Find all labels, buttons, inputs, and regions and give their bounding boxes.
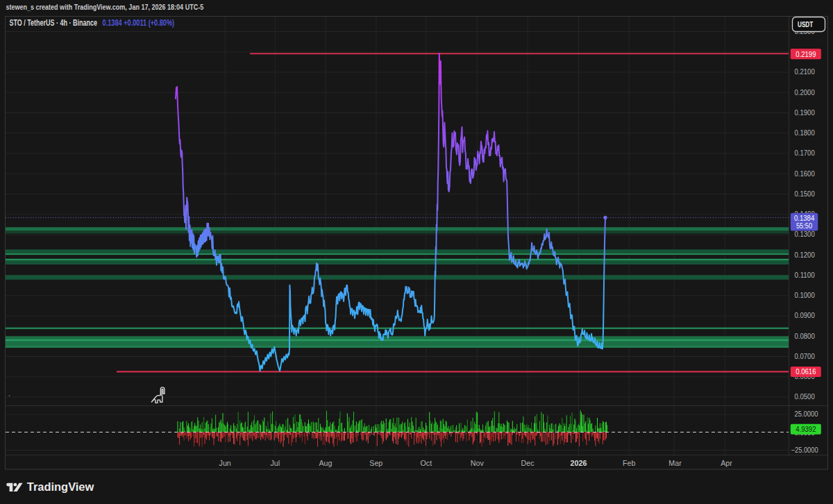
svg-text:STO / TetherUS · 4h · Binance: STO / TetherUS · 4h · Binance: [9, 18, 97, 28]
svg-text:0.2100: 0.2100: [795, 67, 815, 76]
svg-text:Dec: Dec: [521, 459, 535, 467]
svg-text:0.1384: 0.1384: [794, 214, 814, 222]
svg-text:Jul: Jul: [270, 459, 280, 467]
svg-text:4.9392: 4.9392: [796, 425, 816, 433]
svg-text:0.1800: 0.1800: [795, 128, 815, 137]
svg-text:0.1384 +0.0011 (+0.80%): 0.1384 +0.0011 (+0.80%): [103, 18, 175, 28]
svg-text:0.1700: 0.1700: [795, 149, 815, 157]
svg-text:0.1000: 0.1000: [795, 291, 815, 299]
svg-text:Nov: Nov: [471, 459, 485, 467]
svg-text:0.2000: 0.2000: [795, 88, 815, 96]
svg-text:0.1300: 0.1300: [795, 230, 815, 238]
svg-text:0.0800: 0.0800: [795, 332, 815, 340]
svg-text:stewen_s created with TradingV: stewen_s created with TradingView.com, J…: [6, 3, 203, 11]
svg-text:0.1500: 0.1500: [795, 190, 815, 198]
svg-text:−25.0000: −25.0000: [791, 446, 818, 454]
svg-text:TradingView: TradingView: [27, 480, 94, 494]
svg-text:0.1200: 0.1200: [795, 251, 815, 259]
svg-text:0.0616: 0.0616: [796, 367, 816, 376]
svg-text:Feb: Feb: [623, 459, 635, 467]
svg-text:Aug: Aug: [319, 459, 332, 467]
svg-text:0.0700: 0.0700: [795, 352, 815, 360]
svg-text:2026: 2026: [571, 459, 587, 467]
svg-text:Mar: Mar: [668, 459, 682, 467]
svg-text:Sep: Sep: [369, 459, 382, 467]
svg-text:25.0000: 25.0000: [795, 410, 818, 418]
svg-text:0.0900: 0.0900: [795, 311, 815, 319]
svg-text:55:50: 55:50: [796, 222, 812, 230]
svg-text:0.1100: 0.1100: [795, 271, 815, 279]
svg-text:USDT: USDT: [798, 20, 814, 28]
svg-text:0.2199: 0.2199: [796, 50, 816, 58]
svg-text:0.1900: 0.1900: [795, 108, 815, 117]
svg-text:Oct: Oct: [420, 459, 432, 467]
svg-text:0.1600: 0.1600: [795, 169, 815, 178]
svg-text:Jun: Jun: [219, 459, 231, 467]
svg-text:0.0500: 0.0500: [795, 392, 815, 401]
svg-text:Apr: Apr: [721, 459, 732, 467]
